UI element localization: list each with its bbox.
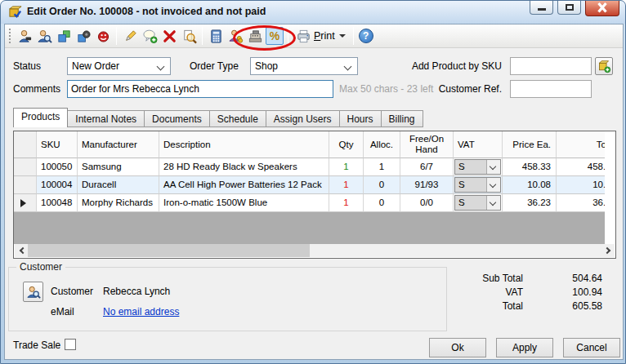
user-payment-button[interactable]	[226, 27, 244, 45]
cell-total[interactable]: 36.23	[557, 194, 605, 212]
grid-vertical-scrollbar[interactable]	[605, 132, 615, 243]
header-price-ea[interactable]: Price Ea.	[503, 131, 557, 158]
header-manufacturer[interactable]: Manufacturer	[78, 131, 159, 158]
print-label: Print	[314, 30, 335, 42]
order-type-select[interactable]: Shop	[250, 57, 358, 75]
tab-hours[interactable]: Hours	[340, 110, 382, 127]
red-mascot-button[interactable]	[94, 27, 112, 45]
tab-products[interactable]: Products	[13, 108, 68, 127]
cell-free-on-hand[interactable]: 6/7	[400, 158, 454, 176]
ok-button[interactable]: Ok	[429, 338, 486, 357]
grid-horizontal-scrollbar[interactable]	[15, 244, 615, 257]
cell-qty[interactable]: 1	[329, 158, 364, 176]
header-row-selector[interactable]	[14, 131, 37, 158]
table-row[interactable]: 100050 Samsung 28 HD Ready Black w Speak…	[14, 158, 605, 176]
order-type-value: Shop	[255, 60, 278, 72]
cell-manufacturer[interactable]: Morphy Richards	[78, 194, 159, 212]
products-button[interactable]	[55, 27, 73, 45]
tab-documents[interactable]: Documents	[145, 110, 210, 127]
trade-sale-checkbox[interactable]	[65, 339, 76, 350]
cell-price-ea[interactable]: 36.23	[503, 194, 557, 212]
cell-total[interactable]: 10.08	[557, 176, 605, 194]
user-payment-icon	[228, 29, 244, 44]
header-total[interactable]: Total	[557, 131, 605, 158]
cell-alloc[interactable]: 1	[364, 158, 400, 176]
header-vat[interactable]: VAT	[454, 131, 503, 158]
cell-description[interactable]: 28 HD Ready Black w Speakers	[159, 158, 329, 176]
cell-manufacturer[interactable]: Samsung	[78, 158, 159, 176]
customer-lookup-button[interactable]	[16, 27, 34, 45]
delete-button[interactable]	[160, 27, 178, 45]
header-description[interactable]: Description	[159, 131, 329, 158]
cell-vat-select[interactable]: S	[454, 176, 503, 194]
preview-search-button[interactable]	[180, 27, 198, 45]
tab-schedule[interactable]: Schedule	[210, 110, 266, 127]
status-value: New Order	[72, 60, 119, 72]
scrollbar-thumb[interactable]	[28, 244, 310, 257]
print-dropdown-caret[interactable]	[339, 34, 346, 38]
cell-sku[interactable]: 100004	[37, 176, 78, 194]
cell-price-ea[interactable]: 458.33	[503, 158, 557, 176]
cell-vat-select[interactable]: S	[454, 194, 503, 212]
maximize-button[interactable]	[557, 1, 581, 15]
table-row[interactable]: 100048 Morphy Richards Iron-o-matic 1500…	[14, 194, 605, 212]
tab-billing[interactable]: Billing	[382, 110, 423, 127]
discount-percent-button[interactable]: %	[266, 27, 284, 45]
row-selector[interactable]	[14, 158, 37, 176]
customer-lookup-small-button[interactable]	[23, 282, 43, 302]
table-row[interactable]: 100004 Duracell AA Cell High Power Batte…	[14, 176, 605, 194]
cell-manufacturer[interactable]: Duracell	[78, 176, 159, 194]
cell-description[interactable]: Iron-o-matic 1500W Blue	[159, 194, 329, 212]
tab-internal-notes[interactable]: Internal Notes	[68, 110, 145, 127]
vat-dropdown-button[interactable]	[486, 178, 500, 192]
print-button[interactable]: Print	[293, 27, 348, 45]
cell-alloc[interactable]: 0	[364, 194, 400, 212]
cell-price-ea[interactable]: 10.08	[503, 176, 557, 194]
header-qty[interactable]: Qty	[329, 131, 364, 158]
customer-search-button[interactable]	[35, 27, 53, 45]
vat-dropdown-button[interactable]	[486, 196, 500, 210]
header-alloc[interactable]: Alloc.	[364, 131, 400, 158]
close-icon	[586, 1, 619, 16]
tab-assign-users[interactable]: Assign Users	[266, 110, 340, 127]
cell-sku[interactable]: 100050	[37, 158, 78, 176]
toolbar-separator	[202, 27, 203, 45]
status-label: Status	[13, 60, 41, 72]
till-button[interactable]	[246, 27, 264, 45]
add-product-button[interactable]	[595, 57, 613, 75]
cell-free-on-hand[interactable]: 0/0	[400, 194, 454, 212]
close-button[interactable]	[585, 1, 619, 16]
cell-qty[interactable]: 1	[329, 176, 364, 194]
scroll-right-button[interactable]	[601, 244, 615, 257]
row-selector[interactable]	[14, 194, 37, 212]
toolbar: % Print ?	[5, 24, 623, 48]
cell-free-on-hand[interactable]: 91/93	[400, 176, 454, 194]
header-sku[interactable]: SKU	[37, 131, 78, 158]
status-select[interactable]: New Order	[67, 57, 171, 75]
scroll-left-button[interactable]	[15, 244, 28, 257]
grid-header-row: SKU Manufacturer Description Qty Alloc. …	[14, 131, 605, 158]
cell-description[interactable]: AA Cell High Power Batteries 12 Pack	[159, 176, 329, 194]
product-media-button[interactable]	[74, 27, 92, 45]
minimize-button[interactable]	[530, 1, 553, 15]
comments-input[interactable]	[67, 80, 333, 98]
cell-sku[interactable]: 100048	[37, 194, 78, 212]
toolbar-grip[interactable]	[9, 29, 11, 43]
email-link[interactable]: No email address	[103, 306, 179, 317]
edit-pencil-button[interactable]	[121, 27, 139, 45]
calculator-button[interactable]	[207, 27, 225, 45]
cell-total[interactable]: 458.33	[557, 158, 605, 176]
cell-vat-select[interactable]: S	[454, 158, 503, 176]
add-comment-button[interactable]	[141, 27, 159, 45]
header-free-on-hand[interactable]: Free/On Hand	[400, 131, 454, 158]
help-button[interactable]: ?	[357, 27, 375, 45]
customer-ref-input[interactable]	[510, 80, 592, 98]
cancel-button[interactable]: Cancel	[563, 338, 620, 357]
row-selector[interactable]	[14, 176, 37, 194]
cell-alloc[interactable]: 0	[364, 176, 400, 194]
add-product-by-sku-input[interactable]	[510, 57, 592, 75]
apply-button[interactable]: Apply	[496, 338, 553, 357]
vat-dropdown-button[interactable]	[486, 160, 500, 174]
title-bar[interactable]: Edit Order No. 100008 - not invoiced and…	[1, 1, 625, 24]
cell-qty[interactable]: 1	[329, 194, 364, 212]
